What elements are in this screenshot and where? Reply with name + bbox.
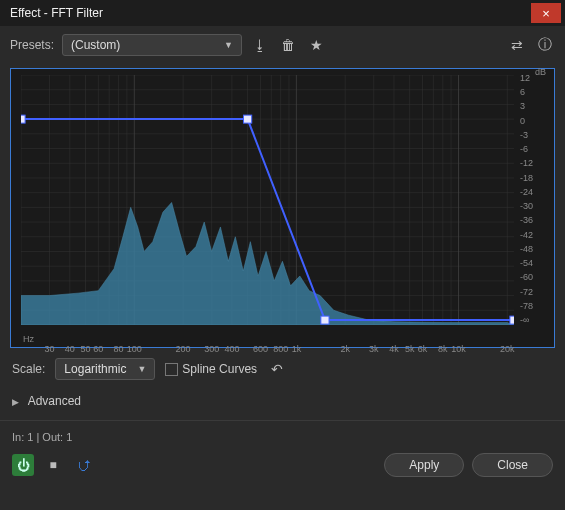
close-icon: × (542, 6, 550, 21)
presets-dropdown[interactable]: (Custom) ▼ (62, 34, 242, 56)
apply-button[interactable]: Apply (384, 453, 464, 477)
download-icon: ⭳ (253, 37, 267, 53)
x-axis-unit: Hz (23, 334, 34, 344)
reset-button[interactable]: ↶ (267, 359, 287, 379)
fft-chart[interactable]: dB 12630-3-6-12-18-24-30-36-42-48-54-60-… (10, 68, 555, 348)
titlebar: Effect - FFT Filter × (0, 0, 565, 26)
info-button[interactable]: ⓘ (535, 35, 555, 55)
window-title: Effect - FFT Filter (10, 6, 103, 20)
star-icon: ★ (310, 37, 323, 53)
close-button[interactable]: Close (472, 453, 553, 477)
power-toggle-button[interactable]: ⏻ (12, 454, 34, 476)
close-window-button[interactable]: × (531, 3, 561, 23)
info-icon: ⓘ (538, 36, 552, 54)
advanced-toggle[interactable]: ▶ Advanced (0, 390, 565, 418)
chevron-down-icon: ▼ (137, 364, 146, 374)
power-icon: ⏻ (17, 458, 30, 473)
save-preset-button[interactable]: ⭳ (250, 35, 270, 55)
route-icon: ⇄ (511, 37, 523, 53)
svg-rect-47 (243, 115, 251, 123)
trash-icon: 🗑 (281, 37, 295, 53)
favorite-button[interactable]: ★ (306, 35, 326, 55)
export-button[interactable]: ⮍ (72, 454, 94, 476)
scale-value: Logarithmic (64, 362, 126, 376)
plot-area[interactable] (21, 75, 514, 325)
chevron-right-icon: ▶ (12, 397, 19, 407)
y-axis: dB 12630-3-6-12-18-24-30-36-42-48-54-60-… (516, 69, 552, 329)
advanced-label: Advanced (28, 394, 81, 408)
y-axis-unit: dB (535, 67, 546, 77)
scale-dropdown[interactable]: Logarithmic ▼ (55, 358, 155, 380)
presets-value: (Custom) (71, 38, 120, 52)
checkbox-icon (165, 363, 178, 376)
presets-label: Presets: (10, 38, 54, 52)
channel-route-button[interactable]: ⇄ (507, 35, 527, 55)
preset-toolbar: Presets: (Custom) ▼ ⭳ 🗑 ★ ⇄ ⓘ (0, 26, 565, 64)
scale-label: Scale: (12, 362, 45, 376)
svg-rect-49 (510, 316, 514, 324)
stop-icon: ■ (49, 458, 56, 472)
spline-checkbox[interactable]: Spline Curves (165, 362, 257, 376)
spline-label: Spline Curves (182, 362, 257, 376)
svg-rect-48 (321, 316, 329, 324)
scale-controls: Scale: Logarithmic ▼ Spline Curves ↶ (0, 348, 565, 390)
divider (0, 420, 565, 421)
footer: ⏻ ■ ⮍ Apply Close (0, 447, 565, 487)
chevron-down-icon: ▼ (224, 40, 233, 50)
io-status: In: 1 | Out: 1 (0, 423, 565, 447)
stop-preview-button[interactable]: ■ (42, 454, 64, 476)
share-icon: ⮍ (76, 457, 90, 473)
io-text: In: 1 | Out: 1 (12, 431, 72, 443)
svg-rect-46 (21, 115, 25, 123)
undo-icon: ↶ (271, 361, 283, 377)
delete-preset-button[interactable]: 🗑 (278, 35, 298, 55)
